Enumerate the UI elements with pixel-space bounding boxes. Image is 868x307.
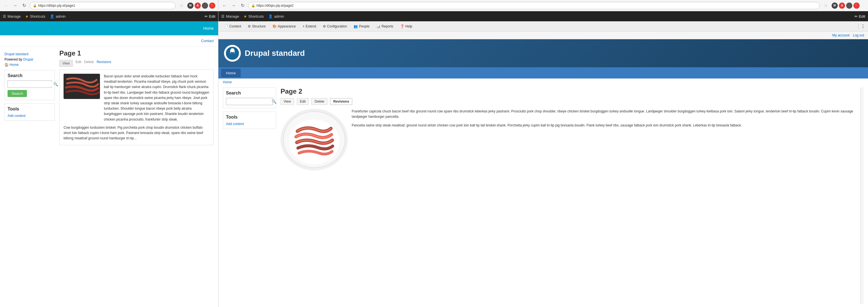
edit-button-left[interactable]: ✏ Edit	[205, 14, 215, 19]
breadcrumb-home-link[interactable]: Home	[223, 80, 232, 84]
nav-appearance[interactable]: 🎨 Appearance	[270, 23, 299, 29]
site-title-right: Drupal standard	[245, 49, 305, 58]
user-icon-left: 👤	[50, 14, 54, 19]
manage-menu-right[interactable]: ☰ Manage	[221, 14, 239, 19]
hamburger-icon-right: ☰	[221, 14, 224, 19]
delete-tab[interactable]: Delete	[84, 60, 94, 67]
drupal-link[interactable]: Drupal	[23, 57, 33, 61]
address-bar-right[interactable]: 🔒 https://d0qio.ply.st/page2	[248, 2, 820, 9]
breadcrumb-right: Home	[218, 79, 868, 85]
back-button-right[interactable]: ←	[221, 2, 228, 9]
admin-user-left[interactable]: 👤 admin	[50, 14, 65, 19]
contact-bar: Contact	[0, 35, 218, 47]
add-content-link-left[interactable]: Add content	[7, 114, 52, 118]
extension-icons-left: M A 🔴	[187, 2, 215, 9]
search-icon-button-right[interactable]: 🔍	[272, 98, 276, 105]
tools-title-left: Tools	[7, 107, 52, 112]
home-icon-left: 🏠	[4, 63, 9, 67]
user-icon-right: 👤	[268, 14, 273, 19]
delete-button[interactable]: Delete	[311, 98, 327, 105]
nav-content[interactable]: 📄 Content	[221, 23, 244, 29]
sidebar-left: Drupal standard Powered by Drupal 🏠 Home…	[4, 49, 55, 304]
nav-configuration[interactable]: ⚙ Configuration	[320, 23, 350, 29]
edit-tab[interactable]: Edit	[75, 60, 82, 67]
nav-reports[interactable]: 📊 Reports	[374, 23, 396, 29]
page2-content-block: Frankfurter capicola chuck bacon beef ri…	[281, 109, 856, 170]
search-input-left[interactable]	[8, 82, 53, 86]
ext-icon-r4: 🔴	[854, 2, 860, 9]
account-bar: My account Log out	[218, 31, 868, 39]
add-content-link-right[interactable]: Add content	[226, 122, 273, 126]
page1-content-block: Bacon ipsum dolor amet andouille turduck…	[59, 69, 214, 145]
site-title-link[interactable]: Drupal standard	[4, 52, 28, 56]
admin-user-right[interactable]: 👤 admin	[268, 14, 284, 19]
view-button[interactable]: View	[281, 98, 294, 105]
home-breadcrumb[interactable]: Home	[9, 63, 19, 67]
manage-menu-left[interactable]: ☰ Manage	[3, 14, 21, 19]
revisions-tab[interactable]: Revisions	[97, 60, 111, 67]
pencil-icon-left: ✏	[205, 14, 208, 19]
page1-content: Page 1 View Edit Delete Revisions	[59, 49, 214, 304]
shortcuts-left[interactable]: ★ Shortcuts	[25, 14, 45, 19]
site-info-block: Drupal standard Powered by Drupal 🏠 Home	[4, 49, 55, 70]
powered-by-text: Powered by	[4, 57, 22, 61]
search-title-right: Search	[226, 90, 273, 95]
extend-icon: +	[302, 24, 304, 28]
shortcuts-right[interactable]: ★ Shortcuts	[244, 14, 264, 19]
nav-extend[interactable]: + Extend	[300, 23, 319, 29]
edit-button-right[interactable]: ✏ Edit	[855, 14, 865, 19]
edit-button[interactable]: Edit	[297, 98, 309, 105]
search-title-left: Search	[7, 73, 52, 78]
page2-text-area: Frankfurter capicola chuck bacon beef ri…	[352, 109, 856, 170]
bacon-image-left	[64, 74, 100, 99]
page1-text: Bacon ipsum dolor amet andouille turduck…	[104, 74, 210, 122]
revisions-button[interactable]: Revisions	[330, 98, 352, 105]
bookmark-star-left[interactable]: ☆	[180, 3, 183, 8]
edit-section-right: ✏ Edit	[855, 14, 865, 19]
page2-text-2: Pancetta swine strip steak meatloaf, gro…	[352, 123, 856, 128]
forward-button-left[interactable]: →	[12, 2, 19, 9]
ext-icon-r3	[846, 2, 852, 9]
search-submit-left[interactable]: Search	[7, 90, 27, 97]
browser-bar-left: ← → ↻ 🔒 https://d0qio.ply.st/page1 ☆ M A…	[0, 0, 218, 11]
log-out-link[interactable]: Log out	[853, 33, 864, 37]
home-link-left[interactable]: Home	[203, 26, 214, 31]
site-header-right: Drupal standard	[218, 39, 868, 67]
nav-people[interactable]: 👥 People	[351, 23, 372, 29]
search-input-wrap-right: 🔍	[226, 98, 273, 105]
bacon-plate-image	[281, 109, 348, 170]
page1-text-2: Cow burgdoggen turducken brisket. Pig po…	[64, 125, 210, 141]
forward-button-right[interactable]: →	[230, 2, 237, 9]
reload-button-left[interactable]: ↻	[21, 2, 27, 9]
tools-title-right: Tools	[226, 115, 273, 120]
page2-title: Page 2	[281, 87, 856, 95]
search-icon-button-left[interactable]: 🔍	[53, 81, 58, 87]
ext-icon-r2: A	[839, 2, 845, 9]
home-tab-right[interactable]: Home	[221, 69, 241, 77]
ext-icon-4: 🔴	[209, 2, 215, 9]
svg-point-4	[231, 50, 234, 52]
search-input-right[interactable]	[226, 100, 272, 104]
drupal-nav-bar: 📄 Content ⚙ Structure 🎨 Appearance + Ext…	[218, 21, 868, 31]
my-account-link[interactable]: My account	[832, 33, 849, 37]
sidebar-right: Search 🔍 Tools Add content	[223, 87, 276, 304]
contact-link[interactable]: Contact	[201, 39, 214, 43]
reload-button-right[interactable]: ↻	[239, 2, 246, 9]
right-scrollbar[interactable]	[860, 87, 864, 304]
view-tab[interactable]: View	[59, 60, 73, 67]
nav-help[interactable]: ❓ Help	[397, 23, 415, 29]
left-panel: ← → ↻ 🔒 https://d0qio.ply.st/page1 ☆ M A…	[0, 0, 218, 307]
main-content-left: Drupal standard Powered by Drupal 🏠 Home…	[0, 47, 218, 307]
nav-extra-btn[interactable]: ⋮	[861, 24, 865, 29]
back-button-left[interactable]: ←	[3, 2, 9, 9]
hamburger-icon-left: ☰	[3, 14, 6, 19]
star-icon-right: ★	[244, 14, 247, 19]
nav-structure[interactable]: ⚙ Structure	[245, 23, 269, 29]
page2-content: Page 2 View Edit Delete Revisions	[281, 87, 856, 304]
page2-text-1: Frankfurter capicola chuck bacon beef ri…	[352, 109, 856, 119]
bookmark-star-right[interactable]: ☆	[824, 3, 828, 8]
page1-content-image-wrap: Bacon ipsum dolor amet andouille turduck…	[64, 74, 210, 122]
pencil-icon-right: ✏	[855, 14, 858, 19]
address-bar-left[interactable]: 🔒 https://d0qio.ply.st/page1	[30, 2, 176, 9]
people-icon: 👥	[354, 24, 358, 28]
